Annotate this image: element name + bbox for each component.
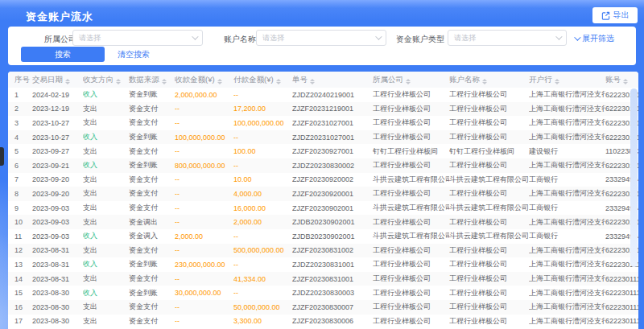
- cell-source: 资金调入: [129, 229, 175, 244]
- table-row[interactable]: 162023-08-30支出资金支付--50,000,000.00ZJZF202…: [8, 300, 638, 315]
- account-name-select[interactable]: 请选择: [256, 30, 386, 46]
- cell-bank: 上海工商银行漕河泾支行: [529, 272, 605, 286]
- cell-account_name: 斗拱云建筑工程有限公司: [449, 201, 529, 216]
- table-row[interactable]: 12024-02-19收入资金到账2,000,000.00--ZJDZ20240…: [8, 88, 638, 102]
- cell-paid: 100,000,000.00: [233, 116, 292, 130]
- cell-account_name: 工程行业样板公司: [449, 315, 529, 329]
- cell-bank: 上海工商银行漕河泾支行: [529, 244, 605, 258]
- cell-direction: 支出: [83, 215, 129, 229]
- table-row[interactable]: 42023-10-27收入资金到账100,000,000.00--ZJDZ202…: [8, 130, 638, 145]
- table-row[interactable]: 112023-09-03收入资金调入2,000.00--ZJDB20230902…: [8, 229, 638, 244]
- sort-carets-icon[interactable]: [276, 79, 281, 85]
- clear-search-button[interactable]: 清空搜索: [111, 47, 156, 62]
- cell-no: 6: [8, 158, 32, 173]
- cell-company: 钉钉工程行业样板间: [373, 144, 449, 158]
- filter-card: 所属公司 请选择 账户名称 请选择 资金账户类型 请选择 展开筛选 搜索 清空搜…: [8, 27, 636, 65]
- cell-account_name: 工程行业样板公司: [449, 286, 529, 300]
- cell-received: 2,000.00: [175, 229, 233, 244]
- column-header-2[interactable]: 收支方向: [83, 72, 129, 88]
- expand-filters-link[interactable]: 展开筛选: [574, 33, 614, 44]
- table-row[interactable]: 172023-08-30支出资金支付--3,300.00ZJZF20230830…: [8, 315, 638, 329]
- cell-date: 2023-09-27: [32, 144, 83, 158]
- cell-date: 2023-09-03: [32, 215, 83, 229]
- cell-no: 15: [8, 286, 32, 300]
- cell-no: 17: [8, 315, 32, 329]
- account-type-select[interactable]: 请选择: [448, 30, 567, 46]
- cell-received: 30,000,000.00: [175, 286, 233, 300]
- sort-carets-icon[interactable]: [482, 79, 487, 85]
- sort-carets-icon[interactable]: [162, 79, 167, 85]
- cell-bank: 上海工商银行漕河泾支行: [529, 257, 605, 272]
- cell-paid: 16,000.00: [233, 201, 292, 216]
- cell-date: 2023-10-27: [32, 116, 83, 130]
- account-type-filter-label: 资金账户类型: [396, 34, 444, 45]
- table-row[interactable]: 52023-09-27支出资金支付--100.00ZJZF20230927001…: [8, 144, 638, 158]
- column-header-5[interactable]: 付款金额(¥): [233, 72, 292, 88]
- cell-date: 2023-08-31: [32, 272, 83, 286]
- table-row[interactable]: 132023-08-31收入资金到账230,000,000.00--ZJDZ20…: [8, 257, 638, 272]
- cell-date: 2024-02-19: [32, 88, 83, 102]
- table-row[interactable]: 22023-12-19支出资金支付--17,200.00ZJZF20231219…: [8, 102, 638, 117]
- table-row[interactable]: 152023-08-30收入资金到账30,000,000.00--ZJDZ202…: [8, 286, 638, 300]
- column-header-6[interactable]: 单号: [292, 72, 373, 88]
- table-row[interactable]: 142023-08-31支出资金支付--41,334.00ZJZF2023083…: [8, 272, 638, 286]
- cell-company: 工程行业样板公司: [373, 116, 449, 130]
- cell-date: 2023-09-03: [32, 229, 83, 244]
- sidebar-collapse-handle[interactable]: [0, 147, 4, 166]
- table-row[interactable]: 92023-09-03支出资金支付--16,000.00ZJZF20230902…: [8, 201, 638, 216]
- sort-carets-icon[interactable]: [406, 79, 411, 85]
- table-row[interactable]: 32023-10-27支出资金支付--100,000,000.00ZJZF202…: [8, 116, 638, 130]
- cell-company: 斗拱云建筑工程有限公司: [373, 173, 449, 187]
- cell-direction: 支出: [83, 116, 129, 130]
- vertical-scrollbar[interactable]: [630, 88, 638, 267]
- cell-paid: --: [233, 286, 292, 300]
- column-header-4[interactable]: 收款金额(¥): [175, 72, 233, 88]
- cell-paid: --: [233, 257, 292, 272]
- cell-paid: 100.00: [233, 144, 292, 158]
- table-row[interactable]: 122023-08-31支出资金支付--500,000,000.00ZJZF20…: [8, 244, 638, 258]
- cell-account_name: 工程行业样板公司: [449, 158, 529, 173]
- cell-account_name: 工程行业样板公司: [449, 116, 529, 130]
- column-header-9[interactable]: 开户行: [529, 72, 605, 88]
- table-row[interactable]: 102023-09-03支出资金调出--2,000.00ZJDB20230902…: [8, 215, 638, 229]
- cell-direction: 支出: [83, 102, 129, 117]
- cell-order_no: ZJZF20230830007: [292, 300, 373, 315]
- cell-received: --: [175, 272, 233, 286]
- sort-carets-icon[interactable]: [116, 79, 121, 85]
- cell-no: 11: [8, 229, 32, 244]
- cell-no: 16: [8, 300, 32, 315]
- cell-paid: 50,000,000.00: [233, 300, 292, 315]
- cell-order_no: ZJZF20230920002: [292, 173, 373, 187]
- cell-account_no: 622230111: [605, 300, 638, 315]
- cell-bank: 上海工商银行漕河泾支行: [529, 187, 605, 201]
- cell-order_no: ZJZF20230831001: [292, 272, 373, 286]
- company-select[interactable]: 请选择: [72, 30, 203, 46]
- sort-carets-icon[interactable]: [217, 79, 222, 85]
- search-button[interactable]: 搜索: [21, 47, 105, 62]
- column-header-3[interactable]: 数据来源: [129, 72, 175, 88]
- table-row[interactable]: 82023-09-20支出资金支付--4,000.00ZJZF202309200…: [8, 187, 638, 201]
- cell-date: 2023-08-31: [32, 257, 83, 272]
- sort-carets-icon[interactable]: [555, 79, 559, 85]
- column-header-1[interactable]: 交易日期: [32, 72, 83, 88]
- cell-date: 2023-08-30: [32, 315, 83, 329]
- cell-account_no: 622230111: [605, 286, 638, 300]
- table-row[interactable]: 72023-09-20支出资金支付--10.00ZJZF20230920002斗…: [8, 173, 638, 187]
- cell-received: 230,000,000.00: [175, 257, 233, 272]
- cell-bank: 工商银行: [529, 229, 605, 244]
- table-row[interactable]: 62023-09-21收入资金到账800,000,000.00--ZJDZ202…: [8, 158, 638, 173]
- column-header-8[interactable]: 账户名称: [449, 72, 529, 88]
- column-header-7[interactable]: 所属公司: [373, 72, 449, 88]
- cell-order_no: ZJZF20230920001: [292, 187, 373, 201]
- export-button[interactable]: 导出: [592, 7, 638, 23]
- cell-account_no: 622230111: [605, 272, 638, 286]
- sort-carets-icon[interactable]: [623, 79, 628, 85]
- sort-carets-icon[interactable]: [65, 79, 70, 85]
- column-header-0: 序号: [8, 72, 32, 88]
- cell-bank: 上海工商银行漕河泾支行: [529, 102, 605, 117]
- table-body: 12024-02-19收入资金到账2,000,000.00--ZJDZ20240…: [8, 88, 638, 328]
- cell-company: 工程行业样板公司: [373, 158, 449, 173]
- chevron-down-icon: [375, 33, 382, 39]
- sort-carets-icon[interactable]: [310, 79, 315, 85]
- column-header-10[interactable]: 账号: [605, 72, 638, 88]
